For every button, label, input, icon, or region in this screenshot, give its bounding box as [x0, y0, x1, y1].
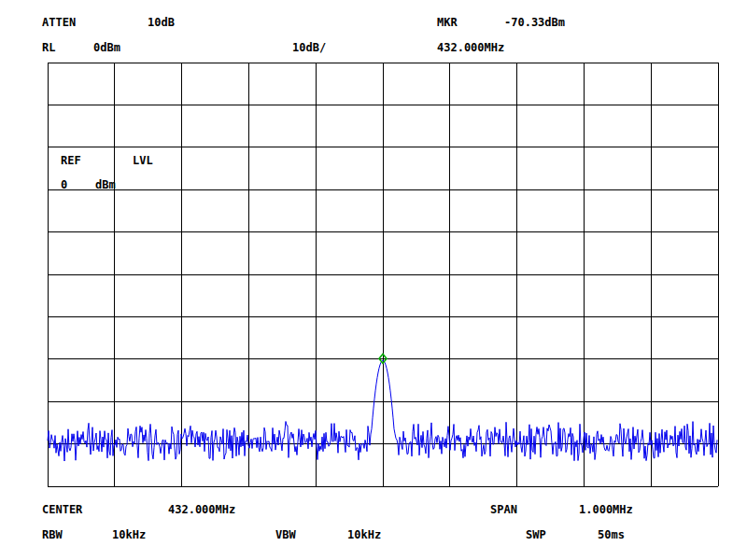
rbw-label: RBW [42, 529, 63, 541]
rbw-value: 10kHz [112, 529, 146, 541]
spectrum-analyzer-screen: ATTEN 10dB MKR -70.33dBm RL 0dBm 10dB/ 4… [0, 0, 747, 560]
swp-value: 50ms [598, 529, 625, 541]
swp-label: SWP [526, 529, 546, 541]
center-label: CENTER [42, 504, 82, 516]
vbw-value: 10kHz [347, 529, 381, 541]
graticule [48, 63, 718, 486]
vbw-label: VBW [275, 529, 296, 541]
span-value: 1.000MHz [579, 504, 633, 516]
spectrum-plot [0, 0, 747, 560]
span-label: SPAN [490, 504, 517, 516]
center-value: 432.000MHz [168, 504, 235, 516]
